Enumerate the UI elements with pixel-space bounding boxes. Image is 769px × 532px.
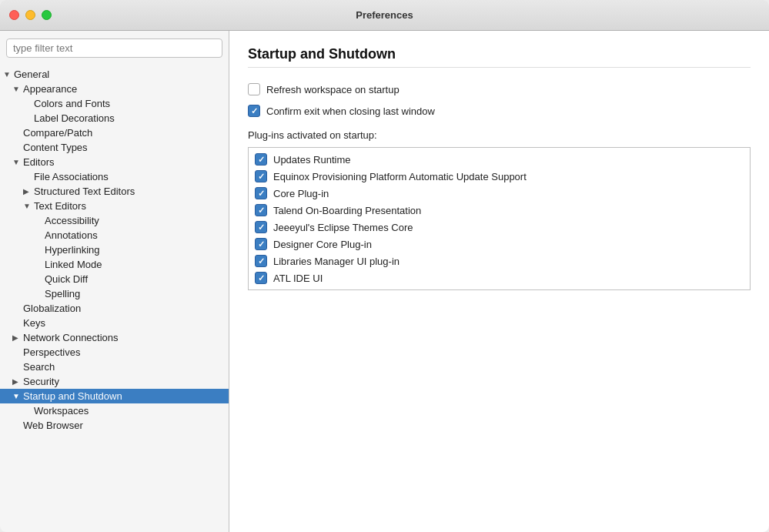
tree-item-perspectives[interactable]: Perspectives — [0, 345, 229, 360]
tree-label-annotations: Annotations — [45, 229, 229, 241]
tree-item-content-types[interactable]: Content Types — [0, 140, 229, 155]
close-button[interactable] — [9, 10, 19, 20]
tree-item-startup-shutdown[interactable]: ▼Startup and Shutdown — [0, 389, 229, 403]
checkbox-row-refresh-workspace: Refresh workspace on startup — [248, 83, 751, 95]
tree-item-label-decorations[interactable]: Label Decorations — [0, 111, 229, 125]
tree-label-web-browser: Web Browser — [23, 420, 229, 431]
tree-label-general: General — [14, 69, 229, 80]
tree-label-quick-diff: Quick Diff — [45, 273, 229, 285]
tree-item-network-connections[interactable]: ▶Network Connections — [0, 330, 229, 345]
page-title: Startup and Shutdown — [248, 46, 751, 68]
tree-label-globalization: Globalization — [23, 303, 229, 314]
plugin-item-plugin-2[interactable]: Equinox Provisioning Platform Automatic … — [249, 168, 750, 185]
plugin-item-plugin-3[interactable]: Core Plug-in — [249, 185, 750, 202]
window-controls — [9, 10, 52, 20]
tree-item-file-associations[interactable]: File Associations — [0, 169, 229, 184]
tree-item-keys[interactable]: Keys — [0, 316, 229, 330]
plugin-checkbox-plugin-1[interactable] — [255, 153, 267, 166]
tree-item-annotations[interactable]: Annotations — [0, 228, 229, 243]
tree-item-text-editors[interactable]: ▼Text Editors — [0, 199, 229, 213]
tree-arrow-security: ▶ — [12, 377, 23, 386]
tree-label-editors: Editors — [23, 156, 229, 168]
plugin-checkbox-plugin-8[interactable] — [255, 272, 267, 284]
tree-label-security: Security — [23, 376, 229, 387]
content-area: Startup and Shutdown Refresh workspace o… — [229, 31, 769, 532]
tree-label-text-editors: Text Editors — [34, 200, 229, 212]
checkbox-label-confirm-exit: Confirm exit when closing last window — [266, 105, 435, 117]
tree-label-file-associations: File Associations — [34, 171, 229, 182]
plugin-label-plugin-6: Designer Core Plug-in — [273, 239, 372, 250]
tree-item-workspaces[interactable]: Workspaces — [0, 403, 229, 418]
tree-label-spelling: Spelling — [45, 288, 229, 299]
plugin-item-plugin-6[interactable]: Designer Core Plug-in — [249, 236, 750, 253]
minimize-button[interactable] — [25, 10, 35, 20]
tree-item-web-browser[interactable]: Web Browser — [0, 418, 229, 433]
tree-arrow-network-connections: ▶ — [12, 333, 23, 342]
checkboxes-container: Refresh workspace on startupConfirm exit… — [248, 83, 751, 117]
tree-label-linked-mode: Linked Mode — [45, 259, 229, 270]
tree-label-search: Search — [23, 361, 229, 373]
tree-arrow-editors: ▼ — [12, 158, 23, 166]
plugin-checkbox-plugin-2[interactable] — [255, 170, 267, 182]
tree-item-quick-diff[interactable]: Quick Diff — [0, 272, 229, 286]
tree-item-linked-mode[interactable]: Linked Mode — [0, 257, 229, 272]
sidebar: ▼General▼AppearanceColors and FontsLabel… — [0, 31, 229, 532]
plugin-checkbox-plugin-6[interactable] — [255, 238, 267, 250]
plugin-item-plugin-5[interactable]: Jeeeyul's Eclipse Themes Core — [249, 219, 750, 236]
tree-item-compare-patch[interactable]: Compare/Patch — [0, 125, 229, 140]
tree-label-compare-patch: Compare/Patch — [23, 127, 229, 139]
title-bar: Preferences — [0, 0, 769, 31]
checkbox-confirm-exit[interactable] — [248, 105, 260, 117]
tree-label-startup-shutdown: Startup and Shutdown — [23, 390, 229, 402]
plugin-item-plugin-1[interactable]: Updates Runtime — [249, 151, 750, 168]
tree-item-hyperlinking[interactable]: Hyperlinking — [0, 243, 229, 257]
plugin-label-plugin-8: ATL IDE UI — [273, 273, 323, 284]
tree-item-structured-text-editors[interactable]: ▶Structured Text Editors — [0, 184, 229, 199]
tree-label-hyperlinking: Hyperlinking — [45, 244, 229, 256]
tree-arrow-text-editors: ▼ — [23, 202, 34, 210]
plugin-item-plugin-8[interactable]: ATL IDE UI — [249, 269, 750, 286]
tree-label-label-decorations: Label Decorations — [34, 112, 229, 124]
tree-label-appearance: Appearance — [23, 83, 229, 95]
plugin-label-plugin-1: Updates Runtime — [273, 154, 350, 166]
main-container: ▼General▼AppearanceColors and FontsLabel… — [0, 31, 769, 532]
checkbox-row-confirm-exit: Confirm exit when closing last window — [248, 105, 751, 117]
checkbox-refresh-workspace[interactable] — [248, 83, 260, 95]
plugins-label: Plug-ins activated on startup: — [248, 129, 751, 141]
plugin-label-plugin-4: Talend On-Boarding Presentation — [273, 205, 421, 216]
plugin-item-plugin-7[interactable]: Libraries Manager UI plug-in — [249, 253, 750, 269]
plugin-checkbox-plugin-7[interactable] — [255, 255, 267, 267]
tree-label-accessibility: Accessibility — [45, 215, 229, 226]
tree-label-content-types: Content Types — [23, 142, 229, 153]
tree-item-colors-fonts[interactable]: Colors and Fonts — [0, 96, 229, 111]
tree-item-security[interactable]: ▶Security — [0, 374, 229, 389]
plugin-label-plugin-2: Equinox Provisioning Platform Automatic … — [273, 171, 527, 182]
tree-label-network-connections: Network Connections — [23, 332, 229, 343]
plugin-item-plugin-4[interactable]: Talend On-Boarding Presentation — [249, 202, 750, 219]
plugin-checkbox-plugin-3[interactable] — [255, 187, 267, 199]
plugins-list: Updates RuntimeEquinox Provisioning Plat… — [248, 147, 751, 290]
maximize-button[interactable] — [42, 10, 52, 20]
tree-item-spelling[interactable]: Spelling — [0, 286, 229, 301]
tree-arrow-appearance: ▼ — [12, 85, 23, 93]
plugin-checkbox-plugin-4[interactable] — [255, 204, 267, 216]
tree-label-structured-text-editors: Structured Text Editors — [34, 186, 229, 197]
tree-label-keys: Keys — [23, 317, 229, 329]
tree-arrow-general: ▼ — [3, 70, 14, 79]
plugin-label-plugin-7: Libraries Manager UI plug-in — [273, 256, 400, 267]
tree-item-accessibility[interactable]: Accessibility — [0, 213, 229, 228]
tree-item-editors[interactable]: ▼Editors — [0, 155, 229, 169]
plugin-checkbox-plugin-5[interactable] — [255, 221, 267, 233]
tree-label-colors-fonts: Colors and Fonts — [34, 98, 229, 109]
tree-item-search[interactable]: Search — [0, 360, 229, 374]
tree-container: ▼General▼AppearanceColors and FontsLabel… — [0, 65, 229, 532]
search-input[interactable] — [6, 38, 222, 58]
plugin-label-plugin-5: Jeeeyul's Eclipse Themes Core — [273, 222, 413, 233]
plugin-label-plugin-3: Core Plug-in — [273, 188, 329, 199]
tree-label-perspectives: Perspectives — [23, 346, 229, 358]
tree-item-globalization[interactable]: Globalization — [0, 301, 229, 316]
tree-item-general[interactable]: ▼General — [0, 67, 229, 82]
tree-item-appearance[interactable]: ▼Appearance — [0, 82, 229, 96]
tree-arrow-startup-shutdown: ▼ — [12, 392, 23, 400]
tree-label-workspaces: Workspaces — [34, 405, 229, 417]
